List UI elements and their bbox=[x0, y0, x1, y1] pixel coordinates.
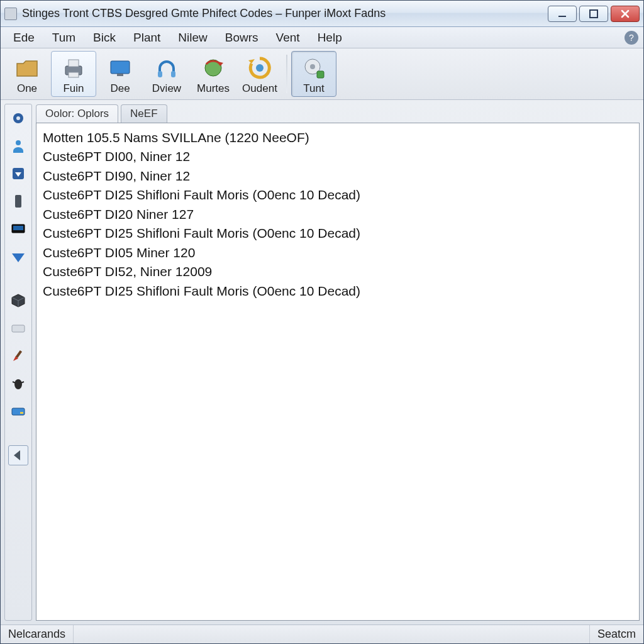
person-icon bbox=[10, 138, 26, 154]
brush-icon bbox=[10, 348, 26, 364]
svg-rect-8 bbox=[171, 71, 175, 77]
box-down-icon bbox=[10, 165, 26, 182]
status-left: Nelcarands bbox=[1, 625, 74, 643]
menu-help[interactable]: Help bbox=[310, 28, 350, 47]
close-button[interactable] bbox=[611, 6, 640, 22]
keyboard-icon bbox=[10, 320, 26, 336]
sidebar-boxdown[interactable] bbox=[8, 164, 28, 184]
card-icon bbox=[10, 403, 26, 419]
list-item[interactable]: Custe6PT DI90, Niner 12 bbox=[43, 167, 633, 186]
titlebar: Stinges Tront CTBS Desgred Gmte Phifect … bbox=[1, 1, 643, 27]
list-item[interactable]: Custe6PT DI25 Shifloni Fault Moris (O0en… bbox=[43, 282, 633, 301]
tool-label: Tunt bbox=[303, 82, 324, 95]
svg-point-27 bbox=[14, 379, 22, 389]
toolbar: One Fuin Dee Dview Murtes bbox=[1, 48, 643, 100]
workspace: Oolor: Oplors NeEF Motten 105.5 Nams SVI… bbox=[1, 100, 643, 625]
content-list[interactable]: Motten 105.5 Nams SVILLAne (1220 NeeOF) … bbox=[36, 123, 640, 621]
svg-point-12 bbox=[256, 64, 264, 72]
sidebar-cube[interactable] bbox=[8, 291, 28, 311]
maximize-button[interactable] bbox=[579, 6, 608, 22]
close-icon bbox=[619, 8, 631, 19]
list-item[interactable]: Custe6PT DI00, Niner 12 bbox=[43, 147, 633, 166]
tool-oudent[interactable]: Oudent bbox=[237, 51, 282, 97]
sidebar-card[interactable] bbox=[8, 401, 28, 421]
menu-bick[interactable]: Bick bbox=[86, 28, 123, 47]
tool-murtes[interactable]: Murtes bbox=[191, 51, 236, 97]
arrow-down-icon bbox=[10, 248, 26, 265]
tab-oolor-oplors[interactable]: Oolor: Oplors bbox=[36, 104, 118, 123]
recycle-icon bbox=[247, 55, 273, 81]
svg-rect-5 bbox=[111, 61, 130, 74]
monitor-icon bbox=[107, 55, 133, 81]
disc-gear-icon bbox=[301, 55, 327, 81]
svg-point-18 bbox=[16, 140, 21, 145]
svg-rect-31 bbox=[20, 412, 23, 414]
svg-marker-11 bbox=[248, 59, 255, 64]
sidebar-back[interactable] bbox=[8, 445, 28, 465]
menu-tum[interactable]: Tum bbox=[45, 28, 83, 47]
help-icon[interactable]: ? bbox=[625, 31, 638, 45]
list-item[interactable]: Custe6PT DI25 Shifloni Fault Moris (O0en… bbox=[43, 186, 633, 204]
minimize-button[interactable] bbox=[548, 6, 577, 22]
list-item[interactable]: Custe6PT DI25 Shifloni Fault Moris (O0en… bbox=[43, 224, 633, 243]
svg-rect-1 bbox=[590, 10, 597, 18]
sidebar-person[interactable] bbox=[8, 136, 28, 156]
svg-rect-23 bbox=[13, 226, 23, 230]
tool-label: Oudent bbox=[242, 82, 277, 95]
svg-marker-32 bbox=[14, 450, 20, 460]
menubar: Ede Tum Bick Plant Nilew Bowrs Vent Help… bbox=[1, 27, 643, 48]
svg-point-17 bbox=[16, 116, 20, 120]
tabstrip: Oolor: Oplors NeEF bbox=[36, 104, 640, 123]
cube-icon bbox=[10, 292, 26, 309]
sidebar-keyboard[interactable] bbox=[8, 318, 28, 338]
tool-one[interactable]: One bbox=[4, 51, 50, 97]
tab-neef[interactable]: NeEF bbox=[121, 104, 167, 123]
svg-rect-25 bbox=[12, 325, 25, 332]
list-item[interactable]: Motten 105.5 Nams SVILLAne (1220 NeeOF) bbox=[43, 128, 633, 147]
app-window: Stinges Tront CTBS Desgred Gmte Phifect … bbox=[0, 0, 644, 644]
back-icon bbox=[10, 447, 26, 464]
tool-dview[interactable]: Dview bbox=[144, 51, 189, 97]
sidebar-brush[interactable] bbox=[8, 346, 28, 366]
maximize-icon bbox=[588, 8, 599, 19]
sidebar-arrowdown[interactable] bbox=[8, 247, 28, 267]
sidebar bbox=[4, 104, 32, 621]
svg-marker-24 bbox=[12, 253, 25, 262]
list-item[interactable]: Custe6PT DI20 Niner 127 bbox=[43, 205, 633, 224]
svg-rect-21 bbox=[15, 195, 21, 208]
toolbar-separator bbox=[286, 55, 287, 93]
sidebar-screen[interactable] bbox=[8, 219, 28, 239]
main-panel: Oolor: Oplors NeEF Motten 105.5 Nams SVI… bbox=[36, 104, 640, 621]
screen-icon bbox=[10, 221, 26, 237]
window-controls bbox=[548, 6, 640, 22]
list-item[interactable]: Custe6PT DI05 Miner 120 bbox=[43, 243, 633, 262]
sidebar-device[interactable] bbox=[8, 191, 28, 211]
globe-refresh-icon bbox=[200, 55, 226, 81]
window-title: Stinges Tront CTBS Desgred Gmte Phifect … bbox=[22, 7, 548, 20]
menu-plant[interactable]: Plant bbox=[126, 28, 168, 47]
svg-point-14 bbox=[310, 64, 315, 69]
device-icon bbox=[10, 193, 26, 209]
printer-icon bbox=[60, 55, 87, 81]
svg-rect-7 bbox=[158, 71, 162, 77]
menu-ede[interactable]: Ede bbox=[6, 28, 42, 47]
menu-nilew[interactable]: Nilew bbox=[170, 28, 214, 47]
menu-vent[interactable]: Vent bbox=[269, 28, 308, 47]
gear-icon bbox=[10, 110, 26, 126]
tool-fuin[interactable]: Fuin bbox=[51, 51, 96, 97]
tool-tunt[interactable]: Tunt bbox=[291, 51, 336, 97]
status-right: Seatcm bbox=[590, 625, 643, 643]
svg-rect-30 bbox=[12, 408, 25, 415]
menu-bowrs[interactable]: Bowrs bbox=[218, 28, 266, 47]
svg-rect-6 bbox=[117, 74, 123, 76]
app-icon bbox=[4, 8, 17, 20]
svg-rect-3 bbox=[69, 60, 79, 67]
list-item[interactable]: Custe6PT DI52, Niner 12009 bbox=[43, 262, 633, 281]
sidebar-bug[interactable] bbox=[8, 374, 28, 394]
tool-dee[interactable]: Dee bbox=[97, 51, 143, 97]
tool-label: Fuin bbox=[63, 82, 84, 95]
statusbar: Nelcarands Seatcm bbox=[1, 625, 643, 643]
tool-label: Dee bbox=[110, 82, 130, 95]
headphones-icon bbox=[153, 55, 180, 81]
sidebar-gear[interactable] bbox=[8, 108, 28, 128]
